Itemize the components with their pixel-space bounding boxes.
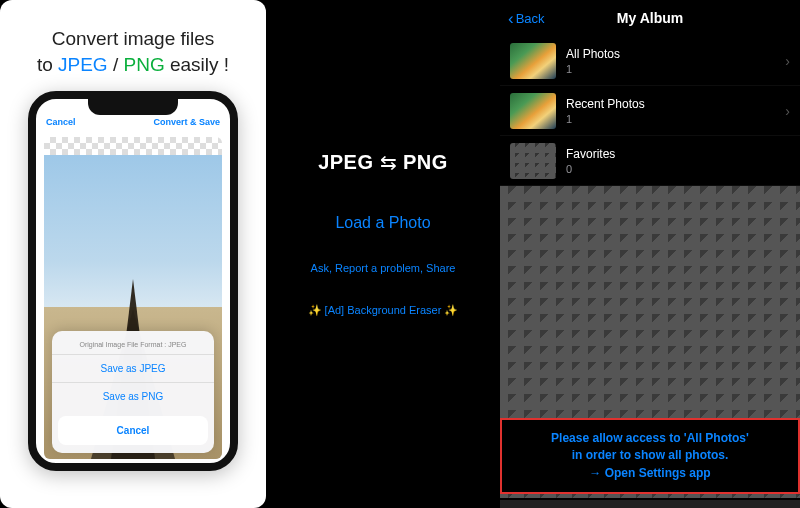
album-name: All Photos	[566, 47, 620, 61]
phone-convert-save-button[interactable]: Convert & Save	[153, 117, 220, 127]
phone-cancel-button[interactable]: Cancel	[46, 117, 76, 127]
album-row-favorites[interactable]: Favorites 0	[500, 136, 800, 186]
back-label: Back	[516, 11, 545, 26]
ask-report-share-link[interactable]: Ask, Report a problem, Share	[311, 262, 456, 274]
album-thumb	[510, 93, 556, 129]
album-name: Favorites	[566, 147, 615, 161]
promo-panel: Convert image filesto JPEG / PNG easily …	[0, 0, 266, 508]
bottom-strip	[500, 498, 800, 508]
main-menu-panel: JPEG⇆PNG Load a Photo Ask, Report a prob…	[266, 0, 500, 508]
album-row-all-photos[interactable]: All Photos 1 ›	[500, 36, 800, 86]
promo-title-jpeg: JPEG	[58, 54, 108, 75]
chevron-right-icon: ›	[785, 103, 790, 119]
album-grid-empty: Please allow access to 'All Photos' in o…	[500, 186, 800, 508]
promo-title-sep: /	[108, 54, 124, 75]
load-photo-button[interactable]: Load a Photo	[335, 214, 430, 232]
app-logo: JPEG⇆PNG	[318, 150, 448, 174]
phone-notch	[88, 99, 178, 115]
promo-title-png: PNG	[123, 54, 164, 75]
album-count: 1	[566, 113, 645, 125]
save-as-png-button[interactable]: Save as PNG	[52, 382, 214, 410]
save-as-jpeg-button[interactable]: Save as JPEG	[52, 354, 214, 382]
sheet-hint: Original Image File Format : JPEG	[52, 337, 214, 354]
promo-title: Convert image filesto JPEG / PNG easily …	[29, 0, 237, 87]
album-thumb	[510, 43, 556, 79]
album-panel: ‹ Back My Album All Photos 1 › Recent Ph…	[500, 0, 800, 508]
album-count: 1	[566, 63, 620, 75]
permission-line-1: Please allow access to 'All Photos'	[508, 430, 792, 447]
chevron-right-icon: ›	[785, 53, 790, 69]
navbar-title: My Album	[617, 10, 683, 26]
album-name: Recent Photos	[566, 97, 645, 111]
open-settings-link[interactable]: → Open Settings app	[508, 465, 792, 482]
album-count: 0	[566, 163, 615, 175]
back-button[interactable]: ‹ Back	[508, 10, 545, 27]
promo-title-post: easily !	[165, 54, 229, 75]
ad-background-eraser-link[interactable]: ✨ [Ad] Background Eraser ✨	[308, 304, 459, 317]
phone-mock: Cancel Convert & Save Original Image Fil…	[28, 91, 238, 471]
logo-png: PNG	[403, 151, 448, 173]
permission-line-2: in order to show all photos.	[508, 447, 792, 464]
sheet-cancel-button[interactable]: Cancel	[58, 416, 208, 445]
logo-jpeg: JPEG	[318, 151, 373, 173]
phone-image-area: Original Image File Format : JPEG Save a…	[44, 137, 222, 459]
album-thumb-empty	[510, 143, 556, 179]
album-row-recent-photos[interactable]: Recent Photos 1 ›	[500, 86, 800, 136]
action-sheet: Original Image File Format : JPEG Save a…	[52, 331, 214, 453]
album-navbar: ‹ Back My Album	[500, 0, 800, 36]
swap-icon: ⇆	[380, 150, 398, 174]
permission-banner[interactable]: Please allow access to 'All Photos' in o…	[500, 418, 800, 494]
chevron-left-icon: ‹	[508, 10, 514, 27]
